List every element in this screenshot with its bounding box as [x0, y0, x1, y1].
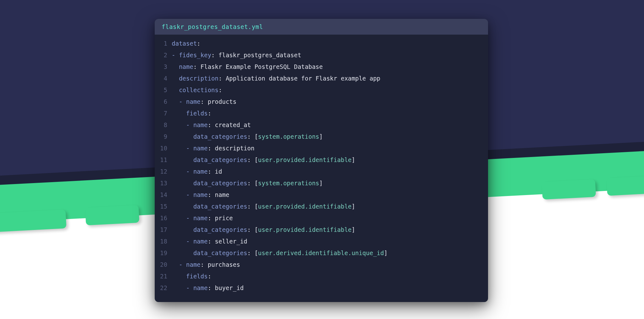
code-line[interactable]: - name: purchases: [172, 259, 488, 271]
code-line[interactable]: - name: id: [172, 166, 488, 177]
code-body[interactable]: 12345678910111213141516171819202122 data…: [155, 35, 488, 302]
code-line[interactable]: data_categories: [user.derived.identifia…: [172, 247, 488, 259]
line-number: 3: [155, 61, 167, 73]
code-line[interactable]: data_categories: [system.operations]: [172, 131, 488, 143]
line-number: 13: [155, 177, 167, 189]
code-line[interactable]: data_categories: [system.operations]: [172, 177, 488, 189]
code-line[interactable]: description: Application database for Fl…: [172, 73, 488, 84]
line-number: 14: [155, 189, 167, 201]
code-line[interactable]: - name: buyer_id: [172, 282, 488, 294]
code-line[interactable]: dataset:: [172, 38, 488, 49]
code-content[interactable]: dataset:- fides_key: flaskr_postgres_dat…: [172, 38, 488, 302]
line-number: 8: [155, 119, 167, 131]
code-line[interactable]: data_categories: [user.provided.identifi…: [172, 154, 488, 166]
line-number: 6: [155, 96, 167, 108]
line-number: 19: [155, 247, 167, 259]
line-number: 16: [155, 212, 167, 224]
line-number: 20: [155, 259, 167, 271]
code-line[interactable]: collections:: [172, 84, 488, 96]
line-number: 7: [155, 108, 167, 119]
line-number: 9: [155, 131, 167, 143]
line-number: 2: [155, 49, 167, 61]
line-number: 4: [155, 73, 167, 84]
code-line[interactable]: - name: seller_id: [172, 236, 488, 247]
code-line[interactable]: - name: products: [172, 96, 488, 108]
line-number: 22: [155, 282, 167, 294]
line-number-gutter: 12345678910111213141516171819202122: [155, 38, 172, 302]
line-number: 21: [155, 271, 167, 282]
code-line[interactable]: - name: description: [172, 143, 488, 154]
line-number: 18: [155, 236, 167, 247]
code-window: flaskr_postgres_dataset.yml 123456789101…: [155, 19, 488, 302]
code-line[interactable]: fields:: [172, 271, 488, 282]
code-line[interactable]: - name: name: [172, 189, 488, 201]
code-line[interactable]: fields:: [172, 108, 488, 119]
line-number: 15: [155, 201, 167, 212]
code-line[interactable]: - name: created_at: [172, 119, 488, 131]
code-line[interactable]: - name: price: [172, 212, 488, 224]
line-number: 11: [155, 154, 167, 166]
line-number: 10: [155, 143, 167, 154]
file-name: flaskr_postgres_dataset.yml: [155, 19, 488, 35]
line-number: 12: [155, 166, 167, 177]
code-line[interactable]: - fides_key: flaskr_postgres_dataset: [172, 49, 488, 61]
line-number: 17: [155, 224, 167, 236]
line-number: 1: [155, 38, 167, 49]
code-line[interactable]: data_categories: [user.provided.identifi…: [172, 224, 488, 236]
code-line[interactable]: data_categories: [user.provided.identifi…: [172, 201, 488, 212]
line-number: 5: [155, 84, 167, 96]
code-line[interactable]: name: Flaskr Example PostgreSQL Database: [172, 61, 488, 73]
